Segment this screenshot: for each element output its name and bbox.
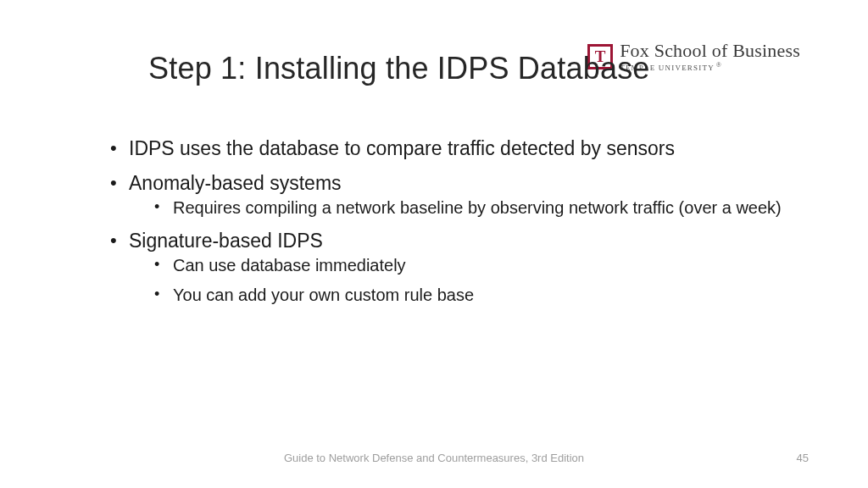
slide-title: Step 1: Installing the IDPS Database [148,51,650,86]
bullet-list: IDPS uses the database to compare traffi… [108,136,783,307]
list-item: Requires compiling a network baseline by… [153,197,783,219]
list-item: Anomaly-based systems Requires compiling… [108,170,783,219]
list-item: You can add your own custom rule base [153,284,783,307]
page-number: 45 [797,452,809,464]
footer: Guide to Network Defense and Countermeas… [0,452,868,464]
footer-text: Guide to Network Defense and Countermeas… [284,452,584,464]
list-item: Signature-based IDPS Can use database im… [108,228,783,307]
list-item: IDPS uses the database to compare traffi… [108,136,783,162]
slide-content: IDPS uses the database to compare traffi… [108,136,783,315]
list-item: Can use database immediately [153,254,783,277]
